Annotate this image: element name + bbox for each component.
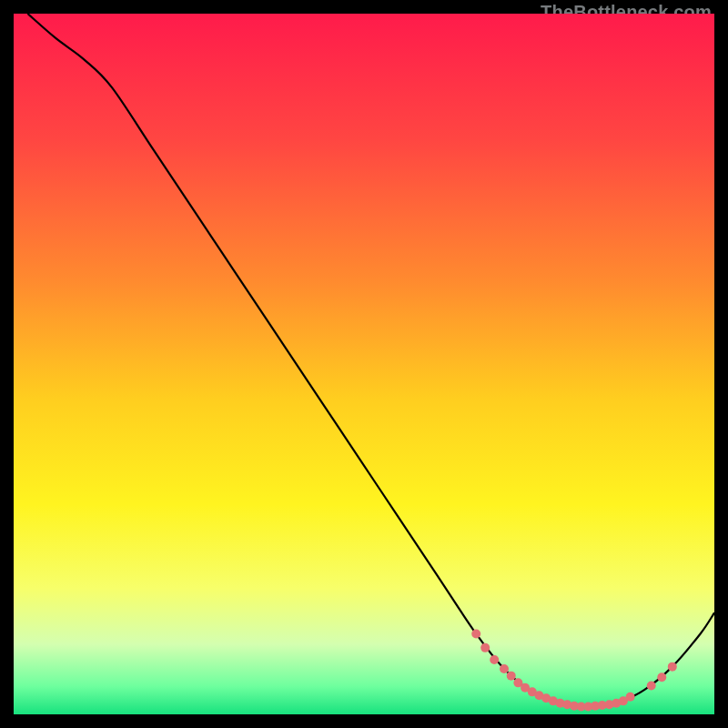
chart-frame [14,14,714,714]
chart-background [14,14,714,714]
data-marker [657,672,666,682]
data-marker [480,643,490,652]
data-marker [490,655,499,664]
data-marker [471,629,480,638]
data-marker [626,693,635,702]
data-marker [507,672,516,681]
data-marker [668,662,677,672]
data-marker [500,664,509,673]
chart-svg [14,14,714,714]
data-marker [647,681,656,690]
